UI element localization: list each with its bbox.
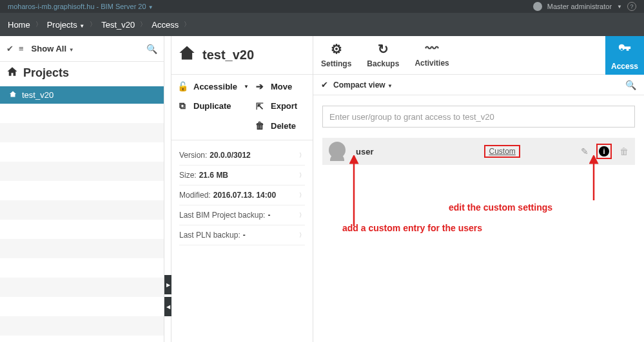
meta-version[interactable]: Version: 20.0.0/3012 〉 bbox=[179, 146, 305, 166]
user-icon bbox=[533, 2, 542, 11]
activity-icon: 〰 bbox=[425, 41, 438, 56]
tab-access[interactable]: Access bbox=[605, 36, 644, 75]
tree-item-test-v20[interactable]: test_v20 bbox=[0, 86, 164, 104]
info-icon: i bbox=[599, 146, 609, 157]
chevron-right-icon: 〉 bbox=[299, 231, 305, 240]
breadcrumb-test[interactable]: Test_v20 bbox=[101, 20, 135, 30]
search-icon[interactable]: 🔍 bbox=[625, 80, 636, 90]
expand-right-icon[interactable]: ▶ bbox=[164, 275, 171, 294]
breadcrumb: Home 〉 Projects ▼ 〉 Test_v20 〉 Access 〉 bbox=[0, 13, 644, 36]
annotation-text-edit-custom: edit the custom settings bbox=[449, 202, 552, 213]
project-header: test_v20 bbox=[171, 36, 313, 75]
show-all-dropdown[interactable]: Show All ▼ bbox=[32, 44, 74, 53]
check-icon[interactable]: ✔ bbox=[6, 44, 14, 53]
user-menu[interactable]: Master administrator ▼ ? bbox=[533, 2, 636, 11]
action-delete[interactable]: 🗑 Delete bbox=[254, 118, 312, 133]
home-icon bbox=[178, 44, 196, 66]
edit-icon[interactable]: ✎ bbox=[581, 146, 589, 157]
caret-down-icon: ▼ bbox=[617, 4, 622, 10]
unlock-icon: 🔓 bbox=[177, 81, 188, 91]
annotation-text-add-entry: add a custom entry for the users bbox=[342, 223, 482, 233]
breadcrumb-projects[interactable]: Projects ▼ bbox=[47, 20, 85, 30]
search-icon[interactable]: 🔍 bbox=[146, 44, 157, 54]
check-icon[interactable]: ✔ bbox=[321, 80, 328, 90]
chevron-right-icon: 〉 bbox=[299, 151, 305, 160]
sidebar: ✔ ≡ Show All ▼ 🔍 Projects test_v20 bbox=[0, 36, 164, 342]
key-icon bbox=[618, 42, 632, 59]
history-icon: ↻ bbox=[378, 41, 389, 57]
home-icon bbox=[9, 90, 17, 100]
meta-pln-backup[interactable]: Last PLN backup: - 〉 bbox=[179, 225, 305, 245]
project-meta: Version: 20.0.0/3012 〉 Size: 21.6 MB 〉 M… bbox=[171, 140, 313, 251]
meta-bim-backup[interactable]: Last BIM Project backup: - 〉 bbox=[179, 205, 305, 225]
chevron-right-icon: 〉 bbox=[184, 20, 190, 29]
chevron-right-icon: 〉 bbox=[140, 20, 146, 29]
user-name: Master administrator bbox=[547, 3, 612, 10]
view-mode-dropdown[interactable]: Compact view ▼ bbox=[333, 81, 393, 90]
duplicate-icon: ⧉ bbox=[177, 100, 188, 111]
action-duplicate[interactable]: ⧉ Duplicate bbox=[177, 98, 254, 114]
project-tree: test_v20 bbox=[0, 86, 164, 104]
expand-left-icon[interactable]: ◀ bbox=[164, 297, 171, 316]
list-icon[interactable]: ≡ bbox=[19, 44, 24, 53]
access-user-name: user bbox=[356, 147, 373, 157]
sidebar-title: Projects bbox=[23, 66, 69, 80]
tab-activities[interactable]: 〰 Activities bbox=[407, 36, 456, 71]
project-panel: test_v20 🔓 Accessible ▼ ➔ Move ⧉ Duplica… bbox=[171, 36, 313, 342]
view-toolbar: ✔ Compact view ▼ 🔍 bbox=[313, 75, 644, 95]
project-title: test_v20 bbox=[202, 48, 254, 62]
sidebar-toolbar: ✔ ≡ Show All ▼ 🔍 bbox=[0, 36, 164, 62]
sidebar-section-header: Projects bbox=[0, 62, 164, 86]
help-icon[interactable]: ? bbox=[627, 2, 636, 11]
action-move[interactable]: ➔ Move bbox=[254, 79, 312, 94]
grant-access-input[interactable] bbox=[322, 106, 635, 128]
chevron-right-icon: 〉 bbox=[90, 20, 96, 29]
caret-down-icon: ▼ bbox=[244, 84, 249, 90]
access-list-row: user Custom ✎ i 🗑 bbox=[322, 138, 635, 165]
tab-bar: ⚙ Settings ↻ Backups 〰 Activities Access bbox=[313, 36, 644, 75]
caret-down-icon: ▼ bbox=[148, 5, 153, 10]
trash-icon: 🗑 bbox=[254, 120, 266, 131]
annotation-arrow bbox=[344, 155, 364, 233]
chevron-right-icon: 〉 bbox=[299, 211, 305, 220]
breadcrumb-access[interactable]: Access bbox=[151, 20, 179, 30]
delete-icon[interactable]: 🗑 bbox=[620, 146, 629, 157]
action-accessible[interactable]: 🔓 Accessible ▼ bbox=[177, 79, 254, 94]
info-button[interactable]: i bbox=[596, 144, 612, 159]
access-role-link[interactable]: Custom bbox=[484, 145, 520, 158]
meta-size[interactable]: Size: 21.6 MB 〉 bbox=[179, 166, 305, 185]
breadcrumb-home[interactable]: Home bbox=[8, 20, 30, 30]
export-icon: ⇱ bbox=[254, 101, 266, 111]
home-icon bbox=[6, 66, 18, 80]
server-bar: moharos-i-mb.graphisoft.hu - BIM Server … bbox=[0, 0, 644, 13]
chevron-right-icon: 〉 bbox=[299, 171, 305, 180]
gear-icon: ⚙ bbox=[331, 41, 342, 57]
arrow-right-icon: ➔ bbox=[254, 81, 266, 91]
tab-backups[interactable]: ↻ Backups bbox=[359, 36, 407, 72]
user-avatar-icon bbox=[329, 142, 348, 161]
panel-divider[interactable]: ▶ ◀ bbox=[164, 36, 171, 342]
content-area: ⚙ Settings ↻ Backups 〰 Activities Access… bbox=[313, 36, 644, 342]
meta-modified[interactable]: Modified: 2016.07.13. 14:00 〉 bbox=[179, 185, 305, 205]
tab-settings[interactable]: ⚙ Settings bbox=[313, 36, 359, 72]
server-label[interactable]: moharos-i-mb.graphisoft.hu - BIM Server … bbox=[8, 3, 533, 10]
action-export[interactable]: ⇱ Export bbox=[254, 98, 312, 114]
chevron-right-icon: 〉 bbox=[299, 191, 305, 200]
tree-item-label: test_v20 bbox=[22, 90, 54, 100]
chevron-right-icon: 〉 bbox=[35, 20, 42, 29]
